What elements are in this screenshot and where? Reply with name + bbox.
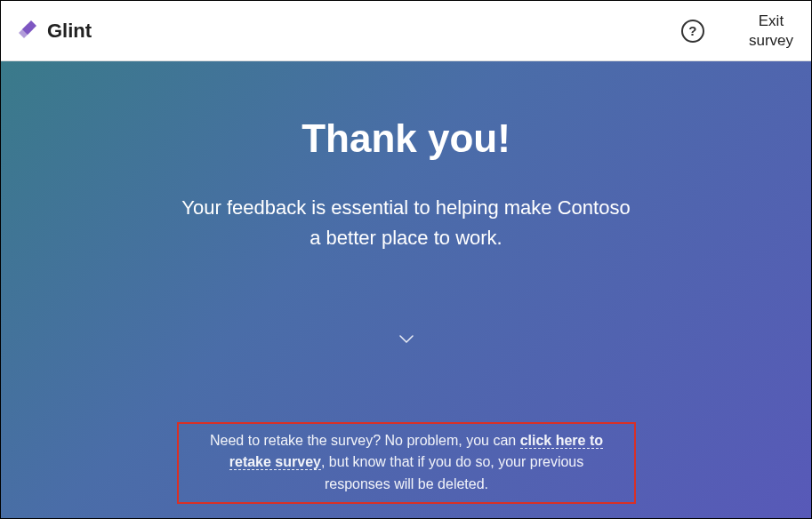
retake-text-before: Need to retake the survey? No problem, y… <box>210 433 520 448</box>
glint-logo-icon <box>17 20 38 42</box>
chevron-down-icon[interactable] <box>399 331 414 340</box>
main-content: Thank you! Your feedback is essential to… <box>1 61 811 518</box>
help-icon[interactable]: ? <box>681 20 704 43</box>
subtitle: Your feedback is essential to helping ma… <box>181 193 630 253</box>
brand-name: Glint <box>47 20 92 43</box>
subtitle-line1: Your feedback is essential to helping ma… <box>181 196 630 219</box>
retake-text-after: , but know that if you do so, your previ… <box>321 454 583 491</box>
subtitle-line2: a better place to work. <box>310 227 502 249</box>
logo: Glint <box>17 20 92 43</box>
header: Glint ? Exit survey <box>1 1 811 61</box>
thank-you-title: Thank you! <box>301 116 511 161</box>
exit-survey-link[interactable]: Exit survey <box>749 12 793 50</box>
retake-survey-box: Need to retake the survey? No problem, y… <box>177 422 636 504</box>
